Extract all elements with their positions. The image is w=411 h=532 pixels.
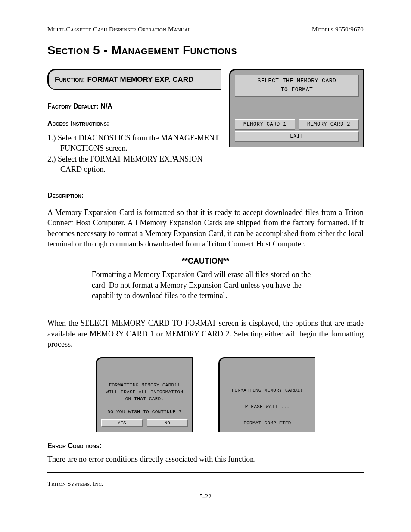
screen-title-l2: TO FORMAT: [237, 86, 357, 95]
header-left: Multi-Cassette Cash Dispenser Operation …: [47, 26, 191, 33]
footer-divider: [47, 472, 364, 473]
wait-l1: FORMATTING MEMORY CARD1!: [224, 387, 311, 394]
select-memory-card-screen: SELECT THE MEMORY CARD TO FORMAT MEMORY …: [229, 69, 364, 147]
dual-screens: FORMATTING MEMORY CARD1! WILL ERASE ALL …: [47, 357, 364, 432]
confirm-format-screen: FORMATTING MEMORY CARD1! WILL ERASE ALL …: [96, 357, 193, 432]
error-conditions-label: Error Conditions:: [47, 442, 364, 450]
confirm-l4: DO YOU WISH TO CONTINUE ?: [101, 409, 188, 416]
description-label: Description:: [47, 192, 364, 199]
step-1: 1.) Select DIAGNOSTICS from the MANAGE-M…: [47, 133, 221, 154]
divider: [47, 61, 364, 61]
left-column: Function: FORMAT MEMORY EXP. CARD Factor…: [47, 69, 221, 174]
screen-title-bar: SELECT THE MEMORY CARD TO FORMAT: [235, 75, 359, 97]
access-instructions-label: Access Instructions:: [47, 120, 221, 128]
function-block: Function: FORMAT MEMORY EXP. CARD Factor…: [47, 69, 364, 174]
exit-button[interactable]: EXIT: [235, 131, 359, 142]
wait-format-screen: FORMATTING MEMORY CARD1! PLEASE WAIT ...…: [218, 357, 315, 432]
no-button[interactable]: NO: [147, 419, 188, 427]
description-body: A Memory Expansion Card is formatted so …: [47, 207, 364, 249]
yes-button[interactable]: YES: [101, 419, 143, 427]
step-2: 2.) Select the FORMAT MEMORY EXPANSION C…: [47, 154, 221, 175]
access-steps: 1.) Select DIAGNOSTICS from the MANAGE-M…: [47, 133, 221, 174]
caution-body: Formatting a Memory Expansion Card will …: [92, 269, 319, 301]
memory-card-2-button[interactable]: MEMORY CARD 2: [299, 119, 359, 130]
memory-card-1-button[interactable]: MEMORY CARD 1: [235, 119, 295, 130]
page-header: Multi-Cassette Cash Dispenser Operation …: [47, 26, 364, 33]
confirm-l3: ON THAT CARD.: [101, 396, 188, 403]
select-body: When the SELECT MEMORY CARD TO FORMAT sc…: [47, 318, 364, 349]
section-title: Section 5 - Management Functions: [47, 44, 364, 57]
manual-page: Multi-Cassette Cash Dispenser Operation …: [0, 0, 411, 532]
wait-l3: FORMAT COMPLETED: [224, 420, 311, 427]
header-right: Models 9650/9670: [312, 26, 364, 33]
footer-company: Triton Systems, Inc.: [47, 480, 364, 488]
confirm-l1: FORMATTING MEMORY CARD1!: [101, 382, 188, 389]
confirm-l2: WILL ERASE ALL INFORMATION: [101, 389, 188, 396]
screen-title-l1: SELECT THE MEMORY CARD: [237, 77, 357, 86]
error-conditions-body: There are no error conditions directly a…: [47, 454, 364, 464]
wait-l2: PLEASE WAIT ...: [224, 404, 311, 411]
caution-heading: **CAUTION**: [47, 257, 364, 266]
page-number: 5-22: [47, 493, 364, 500]
right-column: SELECT THE MEMORY CARD TO FORMAT MEMORY …: [229, 69, 364, 147]
factory-default-label: Factory Default: N/A: [47, 103, 221, 110]
function-title-tab: Function: FORMAT MEMORY EXP. CARD: [47, 69, 221, 90]
